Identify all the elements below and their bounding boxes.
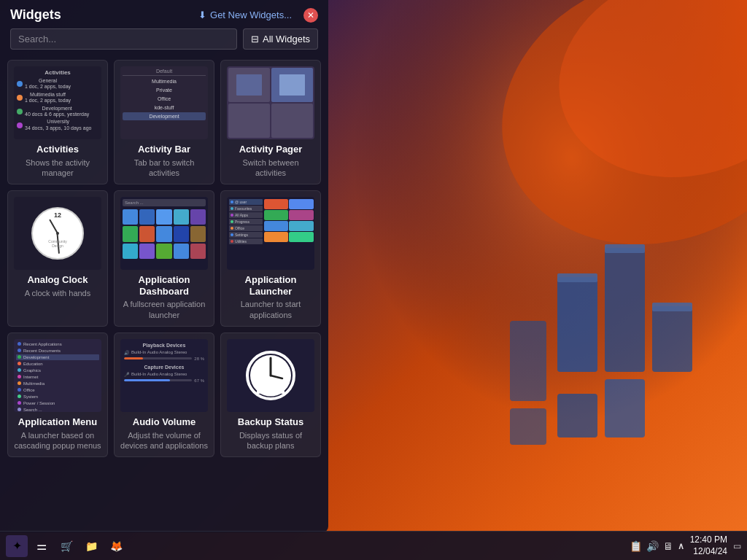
svg-rect-10 bbox=[510, 408, 546, 445]
widget-name-app-dashboard: Application Dashboard bbox=[120, 274, 208, 297]
display-sys-icon[interactable]: 🖥 bbox=[663, 540, 673, 552]
widget-desc-audio-volume: Adjust the volume of devices and applica… bbox=[120, 430, 208, 451]
taskbar: ✦ ⚌ 🛒 📁 🦊 📋 🔊 🖥 ∧ 12:40 PM 12/04/24 ▭ bbox=[0, 531, 747, 560]
svg-rect-9 bbox=[510, 321, 546, 401]
widget-desc-activities: Shows the activity manager bbox=[14, 158, 101, 179]
widget-preview-app-launcher: @ user Favourites All Apps Progress Offi… bbox=[227, 197, 314, 270]
widget-desc-activity-pager: Switch between activities bbox=[227, 158, 314, 179]
widget-preview-activity-pager bbox=[227, 66, 314, 139]
widgets-row-1: Activities General1 doc, 2 apps, today M… bbox=[7, 60, 321, 184]
search-input[interactable] bbox=[10, 28, 237, 50]
taskbar-firefox-icon[interactable]: 🦊 bbox=[105, 535, 127, 557]
download-icon: ⬇ bbox=[198, 9, 206, 20]
svg-rect-7 bbox=[557, 394, 597, 438]
clipboard-sys-icon[interactable]: 📋 bbox=[630, 540, 642, 552]
widget-name-activities: Activities bbox=[36, 144, 79, 155]
widget-card-backup-status[interactable]: Backup Status Displays status of backup … bbox=[220, 332, 321, 457]
widget-preview-analog-clock: 12 CommunityDesign bbox=[14, 197, 101, 270]
desktop-show-icon[interactable]: ▭ bbox=[733, 541, 741, 551]
widgets-grid: Activities General1 doc, 2 apps, today M… bbox=[0, 55, 328, 532]
widget-preview-app-dashboard: Search ... bbox=[120, 197, 208, 270]
panel-header-right: ⬇ Get New Widgets... ✕ bbox=[194, 7, 318, 23]
widget-name-backup-status: Backup Status bbox=[238, 416, 303, 428]
panel-header: Widgets ⬇ Get New Widgets... ✕ bbox=[0, 0, 328, 28]
widget-name-activity-pager: Activity Pager bbox=[239, 144, 303, 155]
all-widgets-button[interactable]: ⊟ All Widgets bbox=[243, 28, 318, 50]
svg-rect-5 bbox=[605, 248, 645, 372]
svg-rect-8 bbox=[605, 379, 645, 438]
widget-name-app-launcher: Application Launcher bbox=[227, 274, 314, 297]
clock-date: 12/04/24 bbox=[690, 546, 727, 558]
desktop-background-art bbox=[309, 0, 747, 525]
widget-card-activity-bar[interactable]: Default Multimedia Private Office kde-st… bbox=[114, 60, 214, 184]
taskbar-plasma-button[interactable]: ✦ bbox=[6, 535, 28, 557]
taskbar-store-icon[interactable]: 🛒 bbox=[55, 535, 77, 557]
widget-card-audio-volume[interactable]: Playback Devices 🔊 Build-In Audio Analog… bbox=[114, 332, 214, 457]
widget-desc-app-menu: A launcher based on cascading popup menu… bbox=[14, 430, 101, 451]
widget-card-activity-pager[interactable]: Activity Pager Switch between activities bbox=[220, 60, 321, 184]
widget-desc-backup-status: Displays status of backup plans bbox=[227, 430, 314, 451]
svg-rect-13 bbox=[652, 303, 692, 311]
widget-card-app-launcher[interactable]: @ user Favourites All Apps Progress Offi… bbox=[220, 190, 321, 327]
widget-preview-activity-bar: Default Multimedia Private Office kde-st… bbox=[120, 66, 208, 139]
widget-desc-app-dashboard: A fullscreen application launcher bbox=[120, 299, 208, 320]
widget-name-app-menu: Application Menu bbox=[18, 416, 97, 428]
taskbar-left: ✦ ⚌ 🛒 📁 🦊 bbox=[6, 535, 630, 557]
widget-card-analog-clock[interactable]: 12 CommunityDesign Analog Clock A clock … bbox=[7, 190, 108, 327]
widget-card-activities[interactable]: Activities General1 doc, 2 apps, today M… bbox=[7, 60, 108, 184]
widget-preview-backup-status bbox=[227, 339, 314, 412]
taskbar-sys-icons: 📋 🔊 🖥 ∧ bbox=[630, 540, 684, 552]
search-bar: ⊟ All Widgets bbox=[0, 28, 328, 55]
widget-desc-app-launcher: Launcher to start applications bbox=[227, 299, 314, 320]
get-new-widgets-button[interactable]: ⬇ Get New Widgets... bbox=[194, 7, 296, 23]
widgets-row-3: Recent Applications Recent Documents Dev… bbox=[7, 332, 321, 457]
widget-preview-audio-volume: Playback Devices 🔊 Build-In Audio Analog… bbox=[120, 339, 208, 412]
widget-name-analog-clock: Analog Clock bbox=[27, 274, 88, 286]
taskbar-settings-icon[interactable]: ⚌ bbox=[31, 535, 53, 557]
widget-desc-activity-bar: Tab bar to switch activities bbox=[120, 158, 208, 179]
taskbar-files-icon[interactable]: 📁 bbox=[80, 535, 102, 557]
filter-icon: ⊟ bbox=[251, 34, 259, 44]
widget-card-app-dashboard[interactable]: Search ... bbox=[114, 190, 214, 327]
clock-time: 12:40 PM bbox=[690, 534, 727, 546]
widget-preview-activities: Activities General1 doc, 2 apps, today M… bbox=[14, 66, 101, 139]
widget-name-activity-bar: Activity Bar bbox=[138, 144, 190, 155]
widget-desc-analog-clock: A clock with hands bbox=[25, 288, 91, 298]
widget-name-audio-volume: Audio Volume bbox=[133, 416, 196, 428]
widgets-row-2: 12 CommunityDesign Analog Clock A clock … bbox=[7, 190, 321, 327]
volume-sys-icon[interactable]: 🔊 bbox=[646, 540, 659, 552]
panel-title: Widgets bbox=[10, 7, 61, 23]
taskbar-time: 12:40 PM 12/04/24 bbox=[690, 534, 727, 557]
svg-rect-11 bbox=[557, 273, 597, 282]
svg-rect-4 bbox=[557, 277, 597, 372]
svg-rect-12 bbox=[605, 244, 645, 253]
taskbar-right: 📋 🔊 🖥 ∧ 12:40 PM 12/04/24 ▭ bbox=[630, 534, 741, 557]
close-panel-button[interactable]: ✕ bbox=[303, 8, 318, 23]
widget-preview-app-menu: Recent Applications Recent Documents Dev… bbox=[14, 339, 101, 412]
widgets-panel: Widgets ⬇ Get New Widgets... ✕ ⊟ All Wid… bbox=[0, 0, 328, 532]
widget-card-app-menu[interactable]: Recent Applications Recent Documents Dev… bbox=[7, 332, 108, 457]
svg-rect-6 bbox=[652, 306, 692, 372]
chevron-up-sys-icon[interactable]: ∧ bbox=[678, 541, 684, 551]
